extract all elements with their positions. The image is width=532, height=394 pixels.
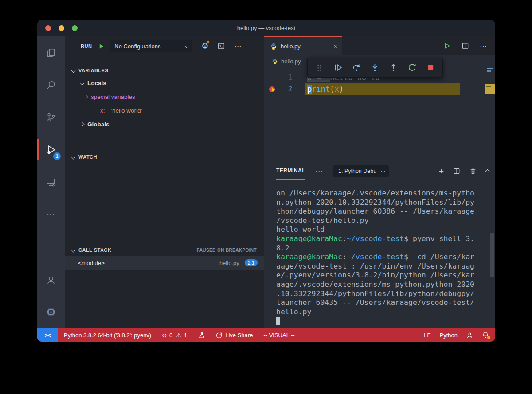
start-debug-button[interactable] [98,43,105,50]
watch-section-header[interactable]: WATCH [65,151,264,163]
language-mode-status[interactable]: Python [440,332,458,339]
stack-frame-row[interactable]: <module> hello.py 2:1 [65,256,264,270]
step-over-button[interactable] [349,60,364,75]
step-out-icon [389,63,398,72]
watch-title: WATCH [78,154,97,160]
new-terminal-button[interactable]: + [439,167,444,176]
restart-button[interactable] [404,60,419,75]
accounts-button[interactable] [37,264,65,296]
tree-item-locals[interactable]: Locals [65,76,264,90]
files-icon [46,47,56,58]
gutter[interactable]: 1 [264,72,307,83]
editor-tab-bar: hello.py × ⋯ [264,36,495,55]
tree-item-variable-x[interactable]: x: 'hello world' [65,104,264,117]
toolbar-drag-handle[interactable] [312,60,327,75]
line-number: 2 [284,85,307,93]
python-interpreter-status[interactable]: Python 3.8.2 64-bit ('3.8.2': pyenv) [64,332,151,339]
terminal-scrollbar[interactable] [490,233,494,277]
open-debug-console-button[interactable] [217,42,225,50]
ellipsis-icon: ⋯ [47,209,55,219]
run-python-file-button[interactable] [443,42,451,50]
code-editor[interactable]: hello.py 1x = 'hello world'▶2print(x) [264,55,495,162]
step-into-button[interactable] [368,60,383,75]
split-terminal-button[interactable] [453,168,460,175]
terminal-line: aage/.vscode/extensions/ms-python.python… [276,280,495,289]
sidebar-item-explorer[interactable] [37,36,65,69]
terminal-line: karaage@karaMac:~/vscode-test$ cd /Users… [276,253,495,262]
breakpoint-indicator[interactable]: ▶ [264,86,284,92]
manage-button[interactable]: ⚙ [37,296,65,328]
close-window-button[interactable] [45,25,51,31]
terminal-line: on /Users/karaage/.vscode/extensions/ms-… [276,189,495,198]
terminal-selector-dropdown[interactable]: 1: Python Debu [333,165,389,177]
tab-terminal[interactable]: TERMINAL [276,162,305,180]
chevron-down-icon [71,248,76,252]
breadcrumb-file: hello.py [281,58,301,65]
configure-launch-button[interactable]: ⚙ [201,41,208,51]
chevron-right-icon [80,122,85,127]
eol-label: LF [424,332,430,339]
chevron-down-icon [185,44,188,48]
panel-more-actions-button[interactable]: ⋯ [315,167,323,176]
terminal-line: /vscode-test/hello.py [276,216,495,226]
terminal-line: hello world [276,225,495,234]
views-more-actions-button[interactable]: ⋯ [234,42,242,51]
eol-status[interactable]: LF [424,332,430,339]
close-tab-icon[interactable]: × [333,43,337,50]
variables-empty-space [65,131,264,151]
code-line: ▶2print(x) [264,83,495,95]
warning-icon: ⚠ [176,332,181,339]
account-icon [46,275,56,285]
live-share-status[interactable]: Live Share [216,332,253,339]
terminal-line: karaage@karaMac:~/vscode-test$ pyenv she… [276,234,495,244]
editor-more-actions-button[interactable]: ⋯ [480,42,487,50]
zoom-window-button[interactable] [72,25,78,31]
tab-hello-py[interactable]: hello.py × [264,36,342,55]
play-icon [98,43,105,50]
variables-title: VARIABLES [78,68,108,73]
current-frame-arrow-icon: ▶ [272,86,276,92]
split-terminal-icon [453,168,460,175]
sidebar-item-remote-explorer[interactable] [37,166,65,198]
tree-item-globals[interactable]: Globals [65,117,264,131]
minimize-window-button[interactable] [59,25,64,31]
remote-indicator[interactable]: >< [37,328,58,342]
tests-status[interactable] [199,332,205,339]
python-file-icon [272,58,278,64]
call-stack-section-header[interactable]: CALL STACK PAUSED ON BREAKPOINT [65,244,264,256]
terminal-content[interactable]: on /Users/karaage/.vscode/extensions/ms-… [264,180,495,328]
sidebar-item-source-control[interactable] [37,101,65,133]
restart-icon [407,63,417,72]
line-number: 1 [284,74,307,82]
terminal-line: thon/debugpy/launcher 60386 -- /Users/ka… [276,207,495,216]
editor-group: hello.py × ⋯ [264,36,495,328]
window-title: hello.py — vscode-test [237,25,296,31]
locals-label: Locals [87,80,106,86]
launch-configuration-dropdown[interactable]: No Configurations [110,40,192,52]
python-file-icon [270,43,277,50]
bottom-panel: TERMINAL ⋯ 1: Python Debu + [264,162,495,328]
continue-button[interactable] [331,60,346,75]
problems-status[interactable]: ⊘ 0 ⚠ 1 [162,332,188,339]
kill-terminal-button[interactable] [469,168,477,175]
variables-section-header[interactable]: VARIABLES [65,65,264,76]
panel-actions: + [439,167,489,176]
activity-more-button[interactable]: ⋯ [37,198,65,230]
notifications-button[interactable] [482,332,489,339]
variable-name: x: [100,107,105,114]
tree-item-special-variables[interactable]: special variables [65,90,264,104]
source-control-icon [46,112,56,123]
chevron-down-icon [80,81,85,86]
code-text: print(x) [307,85,344,94]
title-bar[interactable]: hello.py — vscode-test [37,20,495,36]
split-editor-button[interactable] [462,42,469,50]
sidebar-item-search[interactable] [37,69,65,101]
minimap[interactable] [485,55,495,162]
sidebar-item-run-debug[interactable]: 1 [37,133,65,166]
stop-button[interactable] [423,60,438,75]
step-out-button[interactable] [386,60,401,75]
gutter[interactable]: ▶2 [264,83,307,95]
maximize-panel-button[interactable] [485,169,490,173]
minimap-mark [487,70,491,72]
feedback-button[interactable] [466,332,473,339]
